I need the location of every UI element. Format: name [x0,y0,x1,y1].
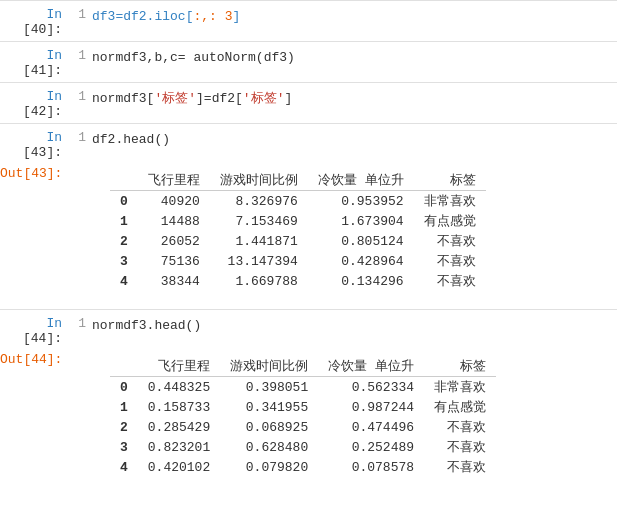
table-row: 0 40920 8.326976 0.953952 非常喜欢 [110,191,486,212]
cell-col2: 0.628480 [220,437,318,457]
th-tag-44: 标签 [424,356,496,377]
code-token: :,: 3 [193,9,232,24]
table-header-44: 飞行里程 游戏时间比例 冷饮量 单位升 标签 [110,356,496,377]
table-body-44: 0 0.448325 0.398051 0.562334 非常喜欢 1 0.15… [110,377,496,478]
out-content-43: 飞行里程 游戏时间比例 冷饮量 单位升 标签 0 40920 8.326976 … [92,164,617,297]
cell-44: In [44]: 1 normdf3.head() [0,309,617,350]
line-num-44: 1 [70,314,92,346]
cell-idx: 0 [110,191,138,212]
table-row: 3 0.823201 0.628480 0.252489 不喜欢 [110,437,496,457]
df-table-43: 飞行里程 游戏时间比例 冷饮量 单位升 标签 0 40920 8.326976 … [110,170,486,291]
output-43: Out[43]: 飞行里程 游戏时间比例 冷饮量 单位升 标签 0 40920 … [0,164,617,301]
code-content-43[interactable]: df2.head() [92,128,617,160]
code-line-41-1: normdf3,b,c= autoNorm(df3) [92,48,617,68]
in-label-43: In [46,130,62,145]
cell-tag: 不喜欢 [424,437,496,457]
table-row: 1 14488 7.153469 1.673904 有点感觉 [110,211,486,231]
table-row: 0 0.448325 0.398051 0.562334 非常喜欢 [110,377,496,398]
cell-idx: 3 [110,437,138,457]
cell-col2: 0.398051 [220,377,318,398]
table-row: 2 0.285429 0.068925 0.474496 不喜欢 [110,417,496,437]
code-line-43-1: df2.head() [92,130,617,150]
cell-col1: 40920 [138,191,210,212]
code-token: '标签' [154,91,196,106]
th-col2-43: 游戏时间比例 [210,170,308,191]
table-header-43: 飞行里程 游戏时间比例 冷饮量 单位升 标签 [110,170,486,191]
code-content-40[interactable]: df3=df2.iloc[:,: 3] [92,5,617,37]
cell-40: In [40]: 1 df3=df2.iloc[:,: 3] [0,0,617,41]
in-label-41: In [46,48,62,63]
code-token: '标签' [243,91,285,106]
cell-col3: 0.562334 [318,377,424,398]
output-44: Out[44]: 飞行里程 游戏时间比例 冷饮量 单位升 标签 0 0.4483… [0,350,617,487]
cell-label-43: In [43]: [0,128,70,160]
cell-idx: 4 [110,271,138,291]
cell-idx: 3 [110,251,138,271]
cell-idx: 2 [110,417,138,437]
code-content-44[interactable]: normdf3.head() [92,314,617,346]
code-line-44-1: normdf3.head() [92,316,617,336]
cell-label-41: In [41]: [0,46,70,78]
th-col1-43: 飞行里程 [138,170,210,191]
cell-col1: 75136 [138,251,210,271]
table-body-43: 0 40920 8.326976 0.953952 非常喜欢 1 14488 7… [110,191,486,292]
cell-col3: 0.474496 [318,417,424,437]
cell-tag: 有点感觉 [414,211,486,231]
cell-col3: 0.953952 [308,191,414,212]
line-num-42: 1 [70,87,92,119]
code-token: ] [232,9,240,24]
cell-43: In [43]: 1 df2.head() [0,123,617,164]
cell-col3: 0.428964 [308,251,414,271]
table-row: 3 75136 13.147394 0.428964 不喜欢 [110,251,486,271]
cell-idx: 4 [110,457,138,477]
line-num-41: 1 [70,46,92,78]
cell-col2: 8.326976 [210,191,308,212]
cell-tag: 非常喜欢 [414,191,486,212]
cell-col2: 7.153469 [210,211,308,231]
cell-tag: 不喜欢 [414,231,486,251]
cell-col3: 0.078578 [318,457,424,477]
out-text-43: Out[43]: [0,166,62,181]
out-line-space-44 [70,350,92,483]
cell-col2: 0.341955 [220,397,318,417]
cell-col1: 0.158733 [138,397,220,417]
table-row: 4 38344 1.669788 0.134296 不喜欢 [110,271,486,291]
code-line-40-1: df3=df2.iloc[:,: 3] [92,7,617,27]
cell-idx: 0 [110,377,138,398]
cell-col3: 0.134296 [308,271,414,291]
cell-col1: 14488 [138,211,210,231]
cell-col3: 0.805124 [308,231,414,251]
cell-tag: 不喜欢 [414,251,486,271]
table-row: 4 0.420102 0.079820 0.078578 不喜欢 [110,457,496,477]
code-line-42-1: normdf3['标签']=df2['标签'] [92,89,617,109]
cell-idx: 1 [110,397,138,417]
cell-col1: 38344 [138,271,210,291]
in-label-40: In [46,7,62,22]
cell-col2: 0.068925 [220,417,318,437]
table-row: 2 26052 1.441871 0.805124 不喜欢 [110,231,486,251]
cell-col1: 0.823201 [138,437,220,457]
cell-col1: 0.285429 [138,417,220,437]
in-label-44: In [46,316,62,331]
cell-tag: 不喜欢 [414,271,486,291]
cell-idx: 2 [110,231,138,251]
cell-label-42: In [42]: [0,87,70,119]
th-col3-43: 冷饮量 单位升 [308,170,414,191]
code-content-42[interactable]: normdf3['标签']=df2['标签'] [92,87,617,119]
th-col2-44: 游戏时间比例 [220,356,318,377]
df-table-44: 飞行里程 游戏时间比例 冷饮量 单位升 标签 0 0.448325 0.3980… [110,356,496,477]
out-text-44: Out[44]: [0,352,62,367]
out-line-space-43 [70,164,92,297]
cell-col3: 1.673904 [308,211,414,231]
in-label-42: In [46,89,62,104]
cell-tag: 非常喜欢 [424,377,496,398]
cell-41: In [41]: 1 normdf3,b,c= autoNorm(df3) [0,41,617,82]
cell-col1: 0.420102 [138,457,220,477]
out-content-44: 飞行里程 游戏时间比例 冷饮量 单位升 标签 0 0.448325 0.3980… [92,350,617,483]
line-num-43: 1 [70,128,92,160]
code-content-41[interactable]: normdf3,b,c= autoNorm(df3) [92,46,617,78]
cell-42: In [42]: 1 normdf3['标签']=df2['标签'] [0,82,617,123]
cell-label-40: In [40]: [0,5,70,37]
cell-col3: 0.987244 [318,397,424,417]
cell-label-44: In [44]: [0,314,70,346]
